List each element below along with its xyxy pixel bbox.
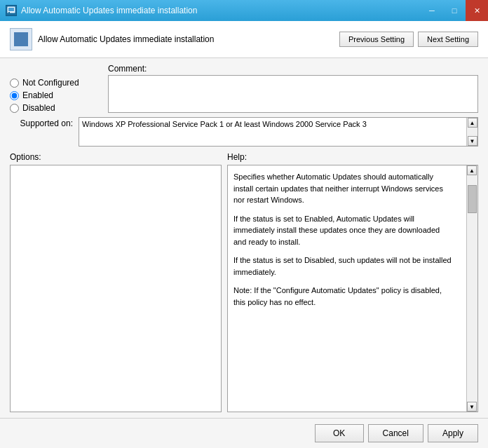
header-left: Allow Automatic Updates immediate instal… xyxy=(10,28,214,50)
help-scrollbar[interactable]: ▲ ▼ xyxy=(466,165,477,412)
disabled-radio[interactable] xyxy=(10,104,19,113)
policy-icon xyxy=(10,28,32,50)
previous-setting-button[interactable]: Previous Setting xyxy=(339,32,414,47)
supported-scrollbar[interactable]: ▲ ▼ xyxy=(466,118,477,146)
title-bar-left: Allow Automatic Updates immediate instal… xyxy=(6,5,197,16)
dialog-footer: OK Cancel Apply xyxy=(0,418,488,448)
supported-row: Supported on: Windows XP Professional Se… xyxy=(10,117,478,147)
dialog-header: Allow Automatic Updates immediate instal… xyxy=(0,21,488,58)
enabled-radio[interactable] xyxy=(10,91,19,100)
supported-text: Windows XP Professional Service Pack 1 o… xyxy=(82,119,367,130)
help-scroll-up[interactable]: ▲ xyxy=(467,165,477,175)
not-configured-label[interactable]: Not Configured xyxy=(22,78,79,88)
header-policy-name: Allow Automatic Updates immediate instal… xyxy=(38,34,214,44)
help-scroll-thumb[interactable] xyxy=(468,185,477,213)
comment-label: Comment: xyxy=(108,64,478,74)
supported-label: Supported on: xyxy=(10,117,73,128)
close-button[interactable]: ✕ xyxy=(466,0,488,21)
next-setting-button[interactable]: Next Setting xyxy=(418,32,478,47)
disabled-label[interactable]: Disabled xyxy=(22,103,55,113)
help-content: Specifies whether Automatic Updates shou… xyxy=(228,165,466,412)
help-paragraph: If the status is set to Disabled, such u… xyxy=(233,254,452,278)
ok-button[interactable]: OK xyxy=(315,424,364,442)
options-label: Options: xyxy=(10,152,227,162)
maximize-button[interactable]: □ xyxy=(443,0,466,21)
cancel-button[interactable]: Cancel xyxy=(368,424,423,442)
help-paragraph: If the status is set to Enabled, Automat… xyxy=(233,213,452,248)
section-labels: Options: Help: xyxy=(10,152,478,162)
minimize-button[interactable]: ─ xyxy=(421,0,443,21)
window-title: Allow Automatic Updates immediate instal… xyxy=(21,6,197,15)
app-icon xyxy=(6,5,17,16)
dialog: Allow Automatic Updates immediate instal… xyxy=(0,21,488,448)
radio-not-configured[interactable]: Not Configured xyxy=(10,78,101,88)
apply-button[interactable]: Apply xyxy=(428,424,478,442)
options-panel xyxy=(10,165,222,412)
top-section: Not Configured Enabled Disabled Comment: xyxy=(10,64,478,113)
help-paragraph: Note: If the "Configure Automatic Update… xyxy=(233,285,452,308)
scroll-up-arrow[interactable]: ▲ xyxy=(468,118,477,128)
enabled-label[interactable]: Enabled xyxy=(22,90,53,100)
comment-section: Comment: xyxy=(108,64,478,113)
panels-row: Specifies whether Automatic Updates shou… xyxy=(10,165,478,412)
radio-enabled[interactable]: Enabled xyxy=(10,90,101,100)
not-configured-radio[interactable] xyxy=(10,79,19,88)
dialog-content: Not Configured Enabled Disabled Comment:… xyxy=(0,58,488,418)
help-scroll-down[interactable]: ▼ xyxy=(467,402,477,412)
window-controls: ─ □ ✕ xyxy=(421,0,488,21)
radio-disabled[interactable]: Disabled xyxy=(10,103,101,113)
header-buttons: Previous Setting Next Setting xyxy=(339,32,478,47)
radio-group: Not Configured Enabled Disabled xyxy=(10,64,101,113)
comment-textarea[interactable] xyxy=(108,75,478,113)
svg-rect-1 xyxy=(8,8,14,11)
help-paragraph: Specifies whether Automatic Updates shou… xyxy=(233,171,452,206)
supported-box: Windows XP Professional Service Pack 1 o… xyxy=(79,117,478,147)
help-panel: Specifies whether Automatic Updates shou… xyxy=(227,165,478,412)
help-label: Help: xyxy=(227,152,478,162)
title-bar: Allow Automatic Updates immediate instal… xyxy=(0,0,488,21)
svg-rect-2 xyxy=(8,12,10,13)
scroll-down-arrow[interactable]: ▼ xyxy=(468,136,477,146)
